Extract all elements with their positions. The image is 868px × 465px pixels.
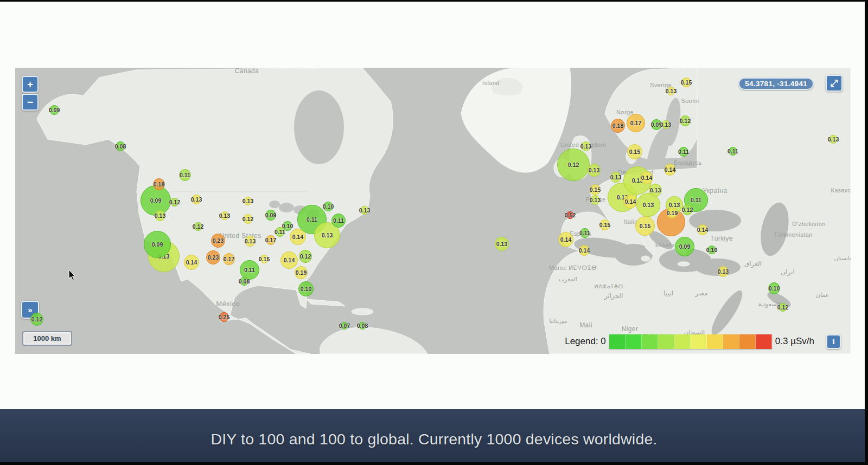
radiation-value: 0.11 bbox=[678, 148, 689, 155]
radiation-marker[interactable]: 0.12 bbox=[299, 250, 312, 263]
radiation-value: 0.12 bbox=[242, 216, 253, 222]
radiation-marker[interactable]: 0.14 bbox=[697, 224, 708, 235]
zoom-in-button[interactable]: + bbox=[22, 76, 39, 93]
legend-swatch bbox=[707, 334, 723, 349]
radiation-value: 0.19 bbox=[667, 210, 678, 216]
radiation-value: 0.13 bbox=[219, 212, 230, 219]
radiation-marker[interactable]: 0.10 bbox=[323, 202, 333, 211]
radiation-value: 0.13 bbox=[660, 121, 671, 128]
radiation-marker[interactable]: 0.15 bbox=[681, 78, 691, 87]
radiation-marker[interactable]: 0.10 bbox=[707, 246, 716, 254]
radiation-marker[interactable]: 0.23 bbox=[206, 250, 220, 264]
radiation-value: 0.13 bbox=[643, 202, 654, 208]
radiation-marker[interactable]: 0.17 bbox=[223, 253, 235, 265]
radiation-marker[interactable]: 0.12 bbox=[680, 115, 691, 126]
radiation-marker[interactable]: 0.12 bbox=[30, 313, 43, 326]
fullscreen-button[interactable]: ⤢ bbox=[826, 75, 843, 92]
zoom-out-button[interactable]: − bbox=[22, 94, 39, 111]
radiation-marker[interactable]: 0.15 bbox=[627, 144, 642, 159]
caption-bar: DIY to 100 and 100 to global. Currently … bbox=[0, 409, 868, 462]
radiation-marker[interactable]: 0.13 bbox=[244, 197, 252, 205]
radiation-marker[interactable]: 0.17 bbox=[266, 235, 276, 245]
radiation-marker[interactable]: 0.08 bbox=[116, 141, 125, 151]
radiation-marker[interactable]: 0.14 bbox=[623, 195, 637, 209]
radiation-value: 0.13 bbox=[610, 174, 621, 180]
radiation-marker[interactable]: 0.15 bbox=[260, 255, 269, 263]
radiation-marker[interactable]: 0.14 bbox=[579, 245, 590, 256]
radiation-marker[interactable]: 0.12 bbox=[170, 198, 179, 206]
radiation-marker[interactable]: 0.13 bbox=[610, 172, 621, 183]
radiation-marker[interactable]: 0.14 bbox=[640, 171, 653, 184]
radiation-marker[interactable]: 0.09 bbox=[144, 231, 171, 258]
radiation-value: 0.25 bbox=[219, 314, 229, 320]
radiation-marker[interactable]: 0.12 bbox=[194, 222, 202, 231]
radiation-marker[interactable]: 0.09 bbox=[675, 237, 694, 256]
radiation-marker[interactable]: 0.15 bbox=[599, 219, 610, 230]
radiation-marker[interactable]: 0.13 bbox=[245, 236, 256, 247]
radiation-marker[interactable]: 0.13 bbox=[581, 141, 591, 151]
radiation-marker[interactable]: 0.25 bbox=[219, 312, 229, 322]
radiation-value: 0.14 bbox=[665, 166, 675, 173]
radiation-marker[interactable]: 0.13 bbox=[661, 120, 670, 129]
radiation-marker[interactable]: 0.13 bbox=[360, 206, 369, 215]
legend-gradient bbox=[609, 334, 772, 349]
radiation-value: 0.14 bbox=[560, 236, 571, 243]
radiation-marker[interactable]: 0.13 bbox=[192, 195, 201, 204]
radiation-marker[interactable]: 0.13 bbox=[495, 237, 509, 251]
radiation-marker[interactable]: 0.18 bbox=[153, 178, 165, 190]
radiation-marker[interactable]: 0.18 bbox=[611, 119, 625, 133]
radiation-marker[interactable]: 0.11 bbox=[729, 147, 737, 156]
radiation-marker[interactable]: 0.14 bbox=[280, 251, 298, 269]
map-canvas[interactable]: CanadaIslandSverigeSuomiNorgeUnited King… bbox=[15, 68, 851, 354]
radiation-marker[interactable]: 0.14 bbox=[290, 229, 306, 245]
radiation-marker[interactable]: 0.08 bbox=[240, 277, 248, 286]
radiation-value: 0.08 bbox=[239, 278, 250, 285]
legend-swatch bbox=[723, 334, 739, 349]
radiation-marker[interactable]: 0.13 bbox=[588, 164, 601, 177]
radiation-value: 0.13 bbox=[191, 196, 202, 203]
radiation-marker[interactable]: 0.52 bbox=[566, 211, 574, 219]
radiation-value: 0.11 bbox=[691, 197, 701, 203]
radiation-marker[interactable]: 0.17 bbox=[627, 114, 645, 132]
radiation-marker[interactable]: 0.11 bbox=[679, 147, 688, 157]
radiation-marker[interactable]: 0.09 bbox=[265, 210, 276, 221]
radiation-marker[interactable]: 0.11 bbox=[331, 214, 346, 228]
radiation-marker[interactable]: 0.13 bbox=[718, 266, 729, 277]
radiation-marker[interactable]: 0.10 bbox=[768, 282, 780, 294]
radiation-marker[interactable]: 0.23 bbox=[211, 234, 225, 248]
radiation-value: 0.15 bbox=[590, 186, 601, 193]
radiation-marker[interactable]: 0.09 bbox=[141, 185, 171, 216]
radiation-marker[interactable]: 0.09 bbox=[49, 105, 59, 115]
radiation-marker[interactable]: 0.13 bbox=[590, 195, 600, 205]
radiation-marker[interactable]: 0.12 bbox=[682, 204, 693, 215]
radiation-marker[interactable]: 0.14 bbox=[558, 232, 573, 247]
legend-swatch bbox=[674, 334, 691, 349]
radiation-marker[interactable]: 0.11 bbox=[179, 169, 191, 181]
info-button[interactable]: i bbox=[826, 334, 841, 349]
radiation-marker[interactable]: 0.15 bbox=[635, 216, 655, 236]
radiation-marker[interactable]: 0.12 bbox=[243, 214, 253, 224]
radiation-marker[interactable]: 0.13 bbox=[649, 184, 662, 197]
radiation-value: 0.17 bbox=[630, 120, 641, 126]
coordinates-readout: 54.3781, -31.4941 bbox=[738, 78, 814, 90]
radiation-marker[interactable]: 0.08 bbox=[359, 322, 366, 330]
radiation-marker[interactable]: 0.14 bbox=[664, 164, 676, 176]
radiation-marker[interactable]: 0.13 bbox=[829, 135, 838, 144]
radiation-marker[interactable]: 0.10 bbox=[298, 281, 314, 296]
radiation-marker[interactable]: 0.14 bbox=[184, 255, 199, 270]
radiation-marker[interactable]: 0.07 bbox=[341, 322, 348, 330]
radiation-marker[interactable]: 0.11 bbox=[580, 228, 590, 238]
radiation-value: 0.13 bbox=[666, 88, 676, 94]
radiation-marker[interactable]: 0.15 bbox=[590, 184, 601, 195]
radiation-marker[interactable]: 0.19 bbox=[295, 266, 308, 279]
radiation-marker[interactable]: 0.13 bbox=[220, 211, 229, 220]
radiation-marker[interactable]: 0.13 bbox=[667, 87, 675, 95]
radiation-marker[interactable]: 0.11 bbox=[275, 227, 285, 237]
radiation-value: 0.15 bbox=[259, 256, 270, 262]
radiation-marker[interactable]: 0.12 bbox=[557, 148, 590, 181]
radiation-marker[interactable]: 0.19 bbox=[667, 208, 678, 218]
radiation-value: 0.13 bbox=[669, 202, 680, 208]
radiation-marker[interactable]: 0.12 bbox=[778, 303, 787, 312]
radiation-marker[interactable]: 0.13 bbox=[155, 210, 165, 221]
radiation-value: 0.09 bbox=[265, 212, 276, 218]
